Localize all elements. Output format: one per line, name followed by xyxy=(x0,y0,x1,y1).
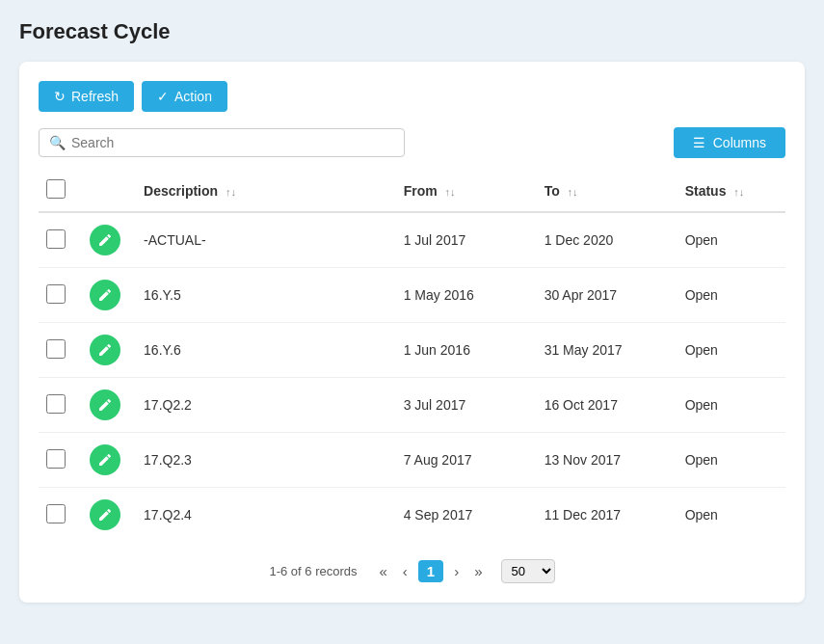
cell-description: 17.Q2.4 xyxy=(136,488,396,543)
columns-lines-icon: ☰ xyxy=(693,135,705,150)
col-header-to: To ↑↓ xyxy=(537,170,678,212)
search-icon: 🔍 xyxy=(49,135,66,150)
table-row: 17.Q2.2 3 Jul 2017 16 Oct 2017 Open xyxy=(39,378,785,433)
data-table: Description ↑↓ From ↑↓ To ↑↓ Status ↑↓ xyxy=(39,170,785,542)
cell-from: 7 Aug 2017 xyxy=(396,433,537,488)
refresh-button[interactable]: ↻ Refresh xyxy=(39,81,134,112)
prev-page-button[interactable]: ‹ xyxy=(398,560,412,582)
table-row: 16.Y.5 1 May 2016 30 Apr 2017 Open xyxy=(39,268,785,323)
toolbar: ↻ Refresh ✓ Action xyxy=(39,81,785,112)
main-card: ↻ Refresh ✓ Action 🔍 ☰ Columns D xyxy=(19,62,805,603)
page-title: Forecast Cycle xyxy=(19,19,805,44)
edit-icon-button-4[interactable] xyxy=(90,444,120,475)
row-checkbox-2[interactable] xyxy=(46,339,66,359)
select-all-checkbox[interactable] xyxy=(46,179,66,199)
row-checkbox-3[interactable] xyxy=(46,394,66,414)
cell-description: -ACTUAL- xyxy=(136,212,396,268)
cell-to: 11 Dec 2017 xyxy=(537,488,678,543)
cell-status: Open xyxy=(678,323,785,378)
table-row: 16.Y.6 1 Jun 2016 31 May 2017 Open xyxy=(39,323,785,378)
first-page-button[interactable]: « xyxy=(375,560,392,582)
edit-icon-button-1[interactable] xyxy=(90,280,120,310)
cell-status: Open xyxy=(678,433,785,488)
cell-status: Open xyxy=(678,268,785,323)
action-chevron-icon: ✓ xyxy=(157,89,169,104)
sort-icon-description[interactable]: ↑↓ xyxy=(226,186,236,198)
search-input[interactable] xyxy=(71,135,394,150)
col-header-description: Description ↑↓ xyxy=(136,170,396,212)
search-columns-row: 🔍 ☰ Columns xyxy=(39,127,785,158)
refresh-icon: ↻ xyxy=(54,89,66,104)
cell-description: 17.Q2.2 xyxy=(136,378,396,433)
refresh-label: Refresh xyxy=(71,89,119,104)
row-checkbox-5[interactable] xyxy=(46,504,66,523)
pencil-icon xyxy=(97,397,113,413)
cell-description: 17.Q2.3 xyxy=(136,433,396,488)
pagination-info: 1-6 of 6 records xyxy=(269,564,357,578)
cell-status: Open xyxy=(678,378,785,433)
col-header-status: Status ↑↓ xyxy=(678,170,785,212)
pencil-icon xyxy=(97,452,113,468)
cell-to: 1 Dec 2020 xyxy=(537,212,678,268)
action-button[interactable]: ✓ Action xyxy=(142,81,227,112)
edit-icon-button-0[interactable] xyxy=(90,225,120,255)
sort-icon-status[interactable]: ↑↓ xyxy=(733,186,744,198)
cell-from: 3 Jul 2017 xyxy=(396,378,537,433)
cell-to: 13 Nov 2017 xyxy=(537,433,678,488)
columns-label: Columns xyxy=(713,135,766,150)
last-page-button[interactable]: » xyxy=(469,560,487,582)
pencil-icon xyxy=(97,287,113,303)
sort-icon-to[interactable]: ↑↓ xyxy=(568,186,578,198)
cell-from: 1 Jul 2017 xyxy=(396,212,537,268)
cell-to: 30 Apr 2017 xyxy=(537,268,678,323)
pagination: 1-6 of 6 records « ‹ 1 › » 50 100 200 xyxy=(39,559,785,583)
search-box: 🔍 xyxy=(39,128,405,157)
table-row: 17.Q2.4 4 Sep 2017 11 Dec 2017 Open xyxy=(39,488,785,543)
col-header-from: From ↑↓ xyxy=(396,170,537,212)
row-checkbox-4[interactable] xyxy=(46,449,66,469)
action-label: Action xyxy=(174,89,212,104)
cell-from: 1 May 2016 xyxy=(396,268,537,323)
cell-description: 16.Y.5 xyxy=(136,268,396,323)
cell-description: 16.Y.6 xyxy=(136,323,396,378)
row-checkbox-0[interactable] xyxy=(46,229,66,249)
cell-status: Open xyxy=(678,212,785,268)
cell-to: 31 May 2017 xyxy=(537,323,678,378)
table-row: 17.Q2.3 7 Aug 2017 13 Nov 2017 Open xyxy=(39,433,785,488)
pencil-icon xyxy=(97,342,113,358)
cell-to: 16 Oct 2017 xyxy=(537,378,678,433)
edit-icon-button-2[interactable] xyxy=(90,335,120,365)
table-row: -ACTUAL- 1 Jul 2017 1 Dec 2020 Open xyxy=(39,212,785,268)
pencil-icon xyxy=(97,507,113,523)
edit-icon-button-5[interactable] xyxy=(90,499,120,530)
cell-from: 4 Sep 2017 xyxy=(396,488,537,543)
per-page-select[interactable]: 50 100 200 xyxy=(501,559,555,583)
next-page-button[interactable]: › xyxy=(449,560,464,582)
row-checkbox-1[interactable] xyxy=(46,284,66,304)
cell-from: 1 Jun 2016 xyxy=(396,323,537,378)
cell-status: Open xyxy=(678,488,785,543)
sort-icon-from[interactable]: ↑↓ xyxy=(445,186,456,198)
page-1-button[interactable]: 1 xyxy=(418,560,443,582)
edit-icon-button-3[interactable] xyxy=(90,389,120,420)
columns-button[interactable]: ☰ Columns xyxy=(674,127,785,158)
pencil-icon xyxy=(97,232,113,248)
